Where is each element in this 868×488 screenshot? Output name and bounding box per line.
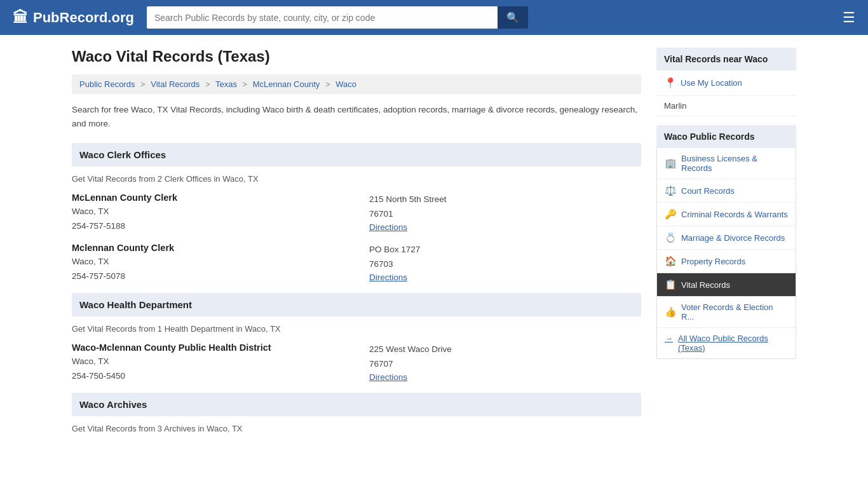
office-phone-3: 254-750-5450: [72, 369, 344, 384]
property-icon: 🏠: [665, 255, 676, 267]
office-mclennan-county-clerk: McLennan County Clerk Waco, TX 254-757-5…: [72, 193, 641, 234]
directions-link-3[interactable]: Directions: [369, 372, 407, 382]
office-mclennan-county-clerk-2: Mclennan County Clerk Waco, TX 254-757-5…: [72, 243, 641, 284]
marriage-icon: 💍: [665, 232, 676, 243]
sidebar-item-criminal-records[interactable]: 🔑 Criminal Records & Warrants: [657, 203, 796, 226]
sidebar-menu: 🏢 Business Licenses & Records ⚖️ Court R…: [656, 148, 796, 359]
office-city-2: Waco, TX: [72, 255, 344, 269]
breadcrumb-waco[interactable]: Waco: [336, 79, 356, 89]
sidebar-item-property-records[interactable]: 🏠 Property Records: [657, 250, 796, 273]
vital-records-icon: 📋: [665, 279, 676, 290]
office-address-2: PO Box 1727: [369, 243, 641, 257]
sidebar-label-business: Business Licenses & Records: [681, 154, 788, 173]
sidebar-label-criminal: Criminal Records & Warrants: [681, 210, 788, 219]
all-records-arrow-icon: →: [665, 334, 673, 343]
sidebar-nearby-title: Vital Records near Waco: [656, 48, 796, 71]
office-name-1: McLennan County Clerk: [72, 193, 344, 203]
search-bar: 🔍: [147, 6, 528, 29]
breadcrumb: Public Records > Vital Records > Texas >…: [72, 74, 641, 94]
search-input[interactable]: [147, 6, 498, 29]
breadcrumb-mclennan-county[interactable]: McLennan County: [253, 79, 320, 89]
breadcrumb-public-records[interactable]: Public Records: [79, 79, 135, 89]
office-phone-1: 254-757-5188: [72, 219, 344, 234]
section-archives-header: Waco Archives: [72, 393, 641, 416]
sidebar-item-court-records[interactable]: ⚖️ Court Records: [657, 179, 796, 203]
main-content: Waco Vital Records (Texas) Public Record…: [72, 48, 641, 442]
site-logo[interactable]: 🏛 PubRecord.org: [13, 9, 134, 27]
location-icon: 📍: [664, 77, 677, 89]
sidebar-label-property: Property Records: [681, 257, 745, 266]
business-icon: 🏢: [665, 158, 676, 169]
office-zip-1: 76701: [369, 207, 641, 222]
logo-text: PubRecord.org: [33, 10, 134, 26]
sidebar-label-court: Court Records: [681, 186, 735, 196]
office-address-3: 225 West Waco Drive: [369, 342, 641, 357]
sidebar-use-location[interactable]: 📍 Use My Location: [656, 71, 796, 96]
page-description: Search for free Waco, TX Vital Records, …: [72, 103, 641, 130]
use-location-label: Use My Location: [681, 78, 742, 88]
office-city-1: Waco, TX: [72, 205, 344, 219]
sidebar-item-voter-records[interactable]: 👍 Voter Records & Election R...: [657, 297, 796, 328]
sidebar-label-voter: Voter Records & Election R...: [681, 302, 788, 322]
sidebar-nearby-city: Marlin: [656, 96, 796, 116]
directions-link-2[interactable]: Directions: [369, 273, 407, 282]
directions-link-1[interactable]: Directions: [369, 222, 407, 232]
breadcrumb-texas[interactable]: Texas: [215, 79, 237, 89]
sidebar-all-records-label: All Waco Public Records (Texas): [678, 334, 788, 353]
office-zip-2: 76703: [369, 257, 641, 272]
menu-button[interactable]: ☰: [843, 11, 855, 25]
breadcrumb-vital-records[interactable]: Vital Records: [151, 79, 200, 89]
sidebar-item-marriage-records[interactable]: 💍 Marriage & Divorce Records: [657, 226, 796, 250]
office-zip-3: 76707: [369, 357, 641, 372]
office-phone-2: 254-757-5078: [72, 269, 344, 284]
office-public-health-district: Waco-Mclennan County Public Health Distr…: [72, 342, 641, 384]
sidebar-label-vital: Vital Records: [681, 280, 730, 290]
logo-icon: 🏛: [13, 9, 28, 27]
search-button[interactable]: 🔍: [498, 6, 528, 29]
section-archives-sub: Get Vital Records from 3 Archives in Wac…: [72, 424, 641, 433]
section-clerk-offices-header: Waco Clerk Offices: [72, 143, 641, 166]
site-header: 🏛 PubRecord.org 🔍 ☰: [0, 0, 868, 35]
sidebar-label-marriage: Marriage & Divorce Records: [681, 233, 785, 243]
criminal-icon: 🔑: [665, 208, 676, 220]
section-health-dept-header: Waco Health Department: [72, 293, 641, 316]
sidebar-pub-records-title: Waco Public Records: [656, 125, 796, 148]
office-city-3: Waco, TX: [72, 355, 344, 369]
section-health-dept-sub: Get Vital Records from 1 Health Departme…: [72, 324, 641, 334]
section-clerk-offices-sub: Get Vital Records from 2 Clerk Offices i…: [72, 174, 641, 184]
court-icon: ⚖️: [665, 185, 676, 196]
office-address-1: 215 North 5th Street: [369, 193, 641, 207]
office-name-3: Waco-Mclennan County Public Health Distr…: [72, 342, 344, 353]
voter-icon: 👍: [665, 306, 676, 318]
page-title: Waco Vital Records (Texas): [72, 48, 641, 65]
sidebar-all-records-link[interactable]: → All Waco Public Records (Texas): [657, 328, 796, 358]
sidebar-item-vital-records[interactable]: 📋 Vital Records: [657, 273, 796, 297]
sidebar: Vital Records near Waco 📍 Use My Locatio…: [656, 48, 796, 442]
office-name-2: Mclennan County Clerk: [72, 243, 344, 253]
sidebar-item-business-licenses[interactable]: 🏢 Business Licenses & Records: [657, 148, 796, 179]
